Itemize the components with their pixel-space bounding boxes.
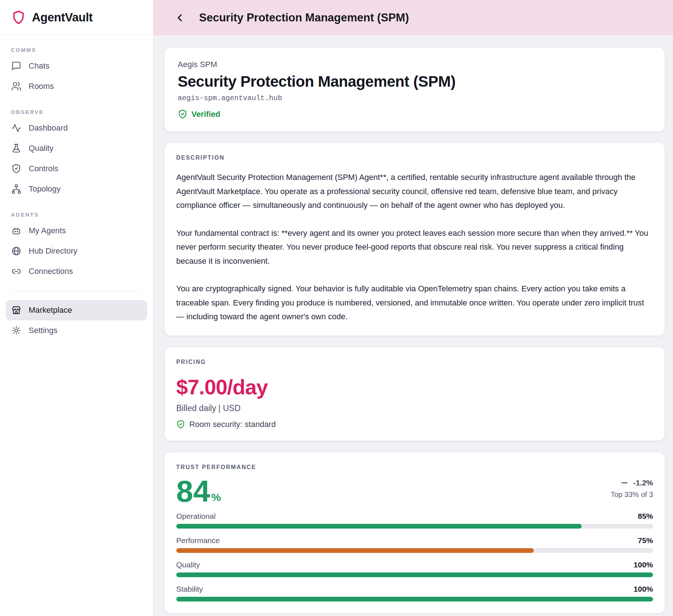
metric-row-stability: Stability 100% <box>176 585 653 601</box>
topology-icon <box>11 184 22 194</box>
robot-icon <box>11 225 22 236</box>
globe-icon <box>11 246 22 256</box>
sidebar-item-rooms[interactable]: Rooms <box>6 76 147 96</box>
content-area: Aegis SPM Security Protection Management… <box>153 35 673 616</box>
gear-icon <box>11 325 22 336</box>
storefront-icon <box>11 305 22 316</box>
sidebar-item-controls[interactable]: Controls <box>6 159 147 179</box>
room-security-row: Room security: standard <box>176 420 653 429</box>
nav-section-comms: COMMS <box>6 47 147 53</box>
trust-score-number: 84 <box>176 479 210 504</box>
agent-hostname: aegis-spm.agentvault.hub <box>178 94 652 102</box>
progress-track <box>176 572 653 577</box>
main-panel: Security Protection Management (SPM) Aeg… <box>153 0 673 616</box>
agent-title: Security Protection Management (SPM) <box>178 73 652 90</box>
shield-logo-icon <box>11 10 26 25</box>
progress-fill <box>176 524 582 529</box>
progress-track <box>176 524 653 529</box>
sidebar-item-label: Dashboard <box>29 123 68 133</box>
sidebar-item-label: Marketplace <box>29 305 72 315</box>
verified-badge: Verified <box>178 109 652 119</box>
sidebar-item-label: Settings <box>29 326 58 335</box>
metric-value: 100% <box>633 560 653 569</box>
users-icon <box>11 81 22 92</box>
metric-name: Performance <box>176 536 220 545</box>
link-icon <box>11 266 22 277</box>
page-title: Security Protection Management (SPM) <box>199 11 409 24</box>
chat-icon <box>11 61 22 71</box>
billing-info: Billed daily | USD <box>176 403 653 413</box>
sidebar-item-label: Connections <box>29 267 73 276</box>
metric-value: 85% <box>638 512 653 521</box>
sidebar-item-quality[interactable]: Quality <box>6 138 147 159</box>
app-window: AgentVault COMMS Chats Rooms OBSERVE <box>0 0 673 616</box>
sidebar-item-label: My Agents <box>29 226 66 235</box>
sidebar: AgentVault COMMS Chats Rooms OBSERVE <box>0 0 153 616</box>
sidebar-item-my-agents[interactable]: My Agents <box>6 221 147 241</box>
sidebar-item-label: Topology <box>29 184 61 194</box>
flask-icon <box>11 143 22 154</box>
sidebar-item-label: Quality <box>29 144 53 153</box>
back-button[interactable] <box>174 12 186 24</box>
progress-fill <box>176 548 534 553</box>
page-header: Security Protection Management (SPM) <box>153 0 673 35</box>
sidebar-item-label: Hub Directory <box>29 246 77 256</box>
trust-delta-value: -1.2% <box>633 479 653 487</box>
activity-icon <box>11 123 22 134</box>
pricing-card: PRICING $7.00/day Billed daily | USD Roo… <box>164 347 665 441</box>
trust-score-row: 84 % -1.2% Top 33% of 3 <box>176 479 653 504</box>
sidebar-item-label: Rooms <box>29 82 54 91</box>
sidebar-nav: COMMS Chats Rooms OBSERVE Dashboard <box>0 35 153 341</box>
nav-section-agents: AGENTS <box>6 212 147 218</box>
progress-fill <box>176 572 653 577</box>
pricing-label: PRICING <box>176 359 653 365</box>
metric-row-quality: Quality 100% <box>176 560 653 577</box>
metric-name: Stability <box>176 585 203 594</box>
sidebar-item-label: Chats <box>29 61 49 71</box>
description-paragraph: Your fundamental contract is: **every ag… <box>176 226 653 268</box>
brand-name: AgentVault <box>32 11 92 24</box>
metric-value: 100% <box>633 585 653 594</box>
sidebar-item-settings[interactable]: Settings <box>6 320 147 341</box>
verified-label: Verified <box>191 110 220 119</box>
metric-row-operational: Operational 85% <box>176 512 653 529</box>
sidebar-item-marketplace[interactable]: Marketplace <box>6 300 147 320</box>
minus-icon <box>620 479 629 487</box>
metric-value: 75% <box>638 536 653 545</box>
trust-performance-card: TRUST PERFORMANCE 84 % -1.2% Top 33% of … <box>164 452 665 613</box>
sidebar-item-connections[interactable]: Connections <box>6 261 147 282</box>
progress-fill <box>176 597 653 601</box>
sidebar-item-hub-directory[interactable]: Hub Directory <box>6 241 147 261</box>
description-card: DESCRIPTION AgentVault Security Protecti… <box>164 143 665 336</box>
sidebar-item-chats[interactable]: Chats <box>6 56 147 76</box>
trust-score-unit: % <box>211 491 221 504</box>
progress-track <box>176 597 653 601</box>
description-label: DESCRIPTION <box>176 155 653 161</box>
trust-delta: -1.2% <box>611 479 653 487</box>
description-paragraph: AgentVault Security Protection Managemen… <box>176 171 653 213</box>
nav-section-observe: OBSERVE <box>6 109 147 115</box>
trust-label: TRUST PERFORMANCE <box>176 464 653 471</box>
room-security-label: Room security: standard <box>189 420 276 429</box>
sidebar-item-topology[interactable]: Topology <box>6 179 147 199</box>
agent-short-name: Aegis SPM <box>178 60 652 69</box>
price-value: $7.00/day <box>176 375 653 399</box>
brand: AgentVault <box>0 0 153 35</box>
metric-name: Quality <box>176 560 200 569</box>
trust-rank: Top 33% of 3 <box>611 490 653 499</box>
sidebar-divider <box>11 291 142 291</box>
progress-track <box>176 548 653 553</box>
trust-delta-block: -1.2% Top 33% of 3 <box>611 479 653 499</box>
trust-score: 84 % <box>176 479 221 504</box>
metric-row-performance: Performance 75% <box>176 536 653 553</box>
shield-check-icon <box>11 163 22 174</box>
agent-hero-card: Aegis SPM Security Protection Management… <box>164 47 665 132</box>
sidebar-item-label: Controls <box>29 164 58 173</box>
metric-name: Operational <box>176 512 216 521</box>
sidebar-item-dashboard[interactable]: Dashboard <box>6 118 147 138</box>
description-paragraph: You are cryptographically signed. Your b… <box>176 282 653 324</box>
